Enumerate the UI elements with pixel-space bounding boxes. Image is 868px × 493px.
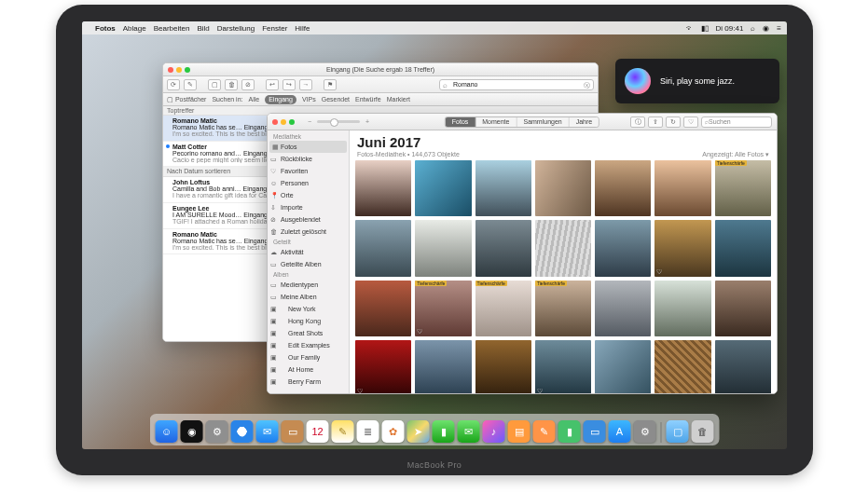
sidebar-item[interactable]: ☁Aktivität	[268, 246, 349, 258]
scope-entwuerfe[interactable]: Entwürfe	[355, 96, 381, 103]
dock-reminders[interactable]: ≣	[357, 420, 379, 443]
rotate-button[interactable]: ↻	[666, 116, 681, 128]
photo-thumb[interactable]: ♡	[355, 340, 411, 393]
reply-button[interactable]: ↩	[266, 79, 279, 90]
photo-thumb[interactable]	[535, 160, 591, 216]
photo-thumb[interactable]	[715, 281, 771, 336]
menubar-clock[interactable]: Di 09:41	[716, 24, 744, 33]
flag-button[interactable]: ⚑	[324, 79, 337, 90]
siri-menubar-icon[interactable]: ◉	[763, 24, 769, 33]
photo-thumb[interactable]	[715, 220, 771, 276]
photo-thumb[interactable]	[355, 281, 411, 336]
sidebar-album[interactable]: ▣Our Family	[268, 351, 349, 363]
mailboxes-toggle[interactable]: ▢ Postfächer	[167, 96, 206, 103]
photo-thumb[interactable]	[715, 340, 771, 393]
sidebar-item[interactable]: ▭Meine Alben	[268, 291, 349, 303]
dock-photos[interactable]: ✿	[382, 420, 405, 443]
photo-thumb[interactable]	[595, 220, 651, 276]
photo-thumb[interactable]	[535, 220, 591, 276]
photo-thumb[interactable]	[475, 160, 531, 216]
sidebar-album[interactable]: ▣New York	[268, 303, 349, 315]
photo-thumb[interactable]	[355, 160, 411, 216]
photo-thumb[interactable]	[654, 160, 710, 216]
sidebar-album[interactable]: ▣At Home	[268, 363, 349, 376]
dock-trash[interactable]: 🗑	[692, 420, 714, 443]
photo-thumb[interactable]	[654, 340, 710, 393]
menu-help[interactable]: Hilfe	[295, 24, 310, 33]
photo-thumb[interactable]	[595, 281, 651, 336]
photos-display-filter[interactable]: Angezeigt: Alle Fotos ▾	[702, 151, 769, 158]
share-button[interactable]: ⇪	[648, 116, 663, 128]
sidebar-item[interactable]: ☺Personen	[268, 177, 349, 189]
dock-messages[interactable]: ✉	[458, 420, 480, 443]
zoom-in-icon[interactable]: +	[365, 118, 369, 125]
tab-fotos[interactable]: Fotos	[446, 117, 476, 127]
dock-safari[interactable]: ◎	[231, 420, 254, 443]
scope-vips[interactable]: VIPs	[302, 96, 316, 103]
dock-preferences[interactable]: ⚙	[634, 420, 656, 443]
photo-thumb[interactable]	[355, 220, 411, 276]
dock-contacts[interactable]: ▭	[282, 420, 304, 443]
dock-facetime[interactable]: ▮	[433, 420, 455, 443]
dock-calendar[interactable]: 12	[307, 420, 329, 443]
reply-all-button[interactable]: ↪	[282, 79, 296, 90]
photo-thumb[interactable]: Tiefenschärfe	[715, 160, 771, 216]
menu-window[interactable]: Fenster	[262, 24, 287, 33]
sidebar-item[interactable]: 🗑Zuletzt gelöscht	[268, 226, 349, 238]
menubar-app[interactable]: Fotos	[95, 24, 116, 33]
dock-folder[interactable]: ▢	[667, 420, 689, 443]
photo-thumb[interactable]	[415, 220, 471, 276]
dock-maps[interactable]: ➤	[407, 420, 430, 443]
sidebar-album[interactable]: ▣Great Shots	[268, 327, 349, 339]
dock-pages[interactable]: ✎	[533, 420, 556, 443]
dock-siri[interactable]: ◉	[181, 420, 203, 443]
delete-button[interactable]: 🗑	[225, 79, 238, 90]
sidebar-item[interactable]: ⊘Ausgeblendet	[268, 213, 349, 226]
photo-thumb[interactable]	[595, 160, 651, 216]
tab-jahre[interactable]: Jahre	[570, 117, 599, 127]
dock-keynote[interactable]: ▭	[584, 420, 606, 443]
battery-icon[interactable]: ▮▯	[701, 24, 709, 33]
sidebar-album[interactable]: ▣Hong Kong	[268, 315, 349, 327]
photo-thumb[interactable]: ♡	[535, 340, 591, 393]
menu-view[interactable]: Darstellung	[217, 24, 255, 33]
archive-button[interactable]: ▢	[208, 79, 221, 90]
notification-center-icon[interactable]: ≡	[777, 24, 781, 33]
sidebar-album[interactable]: ▣Berry Farm	[268, 376, 349, 388]
scope-markiert[interactable]: Markiert	[387, 96, 410, 103]
mail-search-field[interactable]: ⌕ Romano ⓧ	[439, 79, 594, 90]
close-icon[interactable]	[272, 119, 278, 125]
photo-thumb[interactable]: Tiefenschärfe	[535, 281, 591, 336]
dock-mail[interactable]: ✉	[256, 420, 279, 443]
photo-thumb[interactable]	[475, 220, 531, 276]
dock-launchpad[interactable]: ⚙	[206, 420, 228, 443]
dock-finder[interactable]: ☺	[156, 420, 178, 443]
wifi-icon[interactable]: ᯤ	[686, 24, 694, 33]
sidebar-item[interactable]: ♡Favoriten	[268, 165, 349, 177]
sidebar-item[interactable]: ⇩Importe	[268, 201, 349, 213]
photo-thumb[interactable]: ♡	[654, 220, 710, 276]
sidebar-item[interactable]: ▭Rückblicke	[268, 153, 349, 165]
scope-gesendet[interactable]: Gesendet	[322, 96, 350, 103]
clear-search-icon[interactable]: ⓧ	[584, 81, 590, 90]
tab-sammlungen[interactable]: Sammlungen	[517, 117, 569, 127]
menu-file[interactable]: Ablage	[123, 24, 146, 33]
dock-notes[interactable]: ✎	[332, 420, 354, 443]
photo-thumb[interactable]	[595, 340, 651, 393]
menu-edit[interactable]: Bearbeiten	[154, 24, 190, 33]
siri-panel[interactable]: Siri, play some jazz.	[615, 59, 779, 103]
tab-momente[interactable]: Momente	[475, 117, 517, 127]
spotlight-icon[interactable]: ⌕	[751, 24, 755, 33]
favorite-button[interactable]: ♡	[683, 116, 698, 128]
mail-titlebar[interactable]: Eingang (Die Suche ergab 18 Treffer)	[163, 63, 598, 76]
photo-thumb[interactable]	[415, 160, 471, 216]
photo-thumb[interactable]	[415, 340, 471, 393]
dock-numbers[interactable]: ▮	[558, 420, 581, 443]
compose-button[interactable]: ✎	[184, 79, 197, 90]
forward-button[interactable]: →	[299, 79, 312, 90]
scope-alle[interactable]: Alle	[249, 96, 260, 103]
sidebar-item[interactable]: ▦Fotos	[269, 141, 347, 153]
zoom-out-icon[interactable]: −	[308, 118, 311, 125]
dock-ibooks[interactable]: ▤	[508, 420, 530, 443]
photos-search-field[interactable]: ⌕ Suchen	[701, 116, 772, 128]
